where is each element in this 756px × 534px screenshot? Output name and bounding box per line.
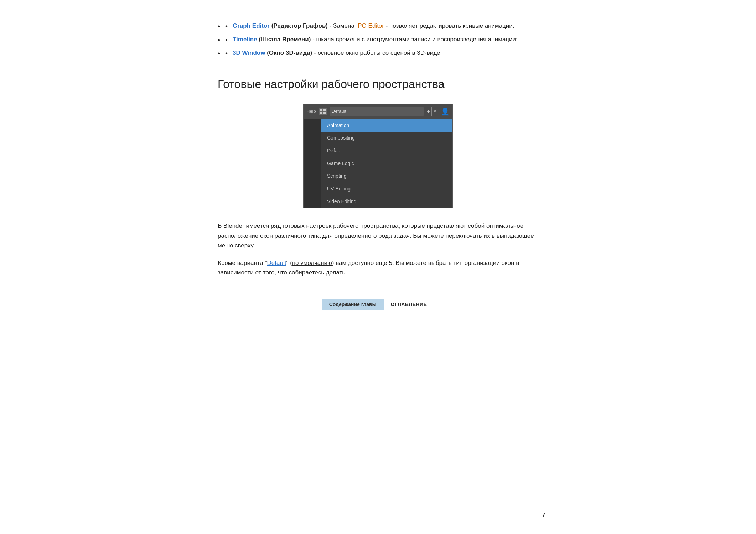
graph-editor-link[interactable]: Graph Editor: [233, 22, 270, 29]
blender-menu-area: Animation Compositing Default Game Logic…: [304, 119, 452, 208]
bullet-list: • Graph Editor (Редактор Графов) - Замен…: [218, 21, 538, 58]
list-item-content: 3D Window (Окно 3D-вида) - основное окно…: [233, 48, 442, 58]
default-underline: по умолчанию: [292, 260, 332, 266]
list-item-content: Timeline (Шкала Времени) - шкала времени…: [233, 35, 518, 44]
body-paragraph-2: Кроме варианта "Default" (по умолчанию) …: [218, 258, 538, 277]
close-workspace-button[interactable]: ✕: [431, 107, 439, 116]
graph-editor-bold: (Редактор Графов): [270, 22, 328, 29]
para2-before: Кроме варианта ": [218, 260, 267, 266]
workspace-item-uv-editing[interactable]: UV Editing: [321, 183, 452, 195]
page-container: • Graph Editor (Редактор Графов) - Замен…: [189, 0, 567, 534]
chapter-contents-button[interactable]: Содержание главы: [322, 299, 384, 310]
grid-cell: [323, 109, 326, 111]
blender-topbar: Help Default + ✕ 👤: [304, 104, 452, 119]
bullet-marker: •: [225, 21, 228, 31]
workspace-dropdown: Animation Compositing Default Game Logic…: [321, 119, 452, 208]
ipo-editor-link[interactable]: IPO Editor: [356, 22, 384, 29]
grid-cell: [320, 112, 323, 114]
list-item: • Graph Editor (Редактор Графов) - Замен…: [218, 21, 538, 31]
screenshot-container: Help Default + ✕ 👤 Anim: [218, 104, 538, 209]
user-icon: 👤: [441, 106, 450, 117]
add-workspace-button[interactable]: +: [427, 107, 430, 116]
blender-sidebar: [304, 119, 321, 208]
3d-window-link[interactable]: 3D Window: [233, 49, 265, 56]
bullet-marker: •: [225, 48, 228, 58]
grid-cell: [323, 112, 326, 114]
default-label: Default: [330, 107, 424, 116]
workspace-item-default[interactable]: Default: [321, 145, 452, 157]
timeline-link[interactable]: Timeline: [233, 36, 257, 43]
list-item: • Timeline (Шкала Времени) - шкала време…: [218, 35, 538, 45]
footer-nav: Содержание главы ОГЛАВЛЕНИЕ: [218, 299, 538, 310]
timeline-bold: (Шкала Времени): [257, 36, 311, 43]
bullet-marker: •: [225, 35, 228, 45]
list-item: • 3D Window (Окно 3D-вида) - основное ок…: [218, 48, 538, 58]
workspace-item-scripting[interactable]: Scripting: [321, 170, 452, 183]
list-item-content: Graph Editor (Редактор Графов) - Замена …: [233, 21, 514, 31]
body-paragraph-1: В Blender имеется ряд готовых настроек р…: [218, 221, 538, 250]
page-number: 7: [542, 511, 545, 520]
workspace-item-game-logic[interactable]: Game Logic: [321, 157, 452, 170]
para2-middle: " (: [286, 260, 292, 266]
default-link[interactable]: Default: [267, 260, 286, 266]
3d-window-bold: (Окно 3D-вида): [265, 49, 312, 56]
help-label: Help: [306, 108, 316, 115]
toc-button[interactable]: ОГЛАВЛЕНИЕ: [384, 299, 434, 310]
top-buttons: + ✕ 👤: [427, 106, 450, 117]
workspace-item-animation[interactable]: Animation: [321, 119, 452, 132]
workspace-item-compositing[interactable]: Compositing: [321, 132, 452, 145]
workspace-item-video-editing[interactable]: Video Editing: [321, 195, 452, 208]
section-heading: Готовые настройки рабочего пространства: [218, 75, 538, 93]
grid-cell: [320, 109, 323, 111]
grid-icon: [319, 108, 327, 115]
blender-ui-mockup: Help Default + ✕ 👤 Anim: [303, 104, 453, 209]
